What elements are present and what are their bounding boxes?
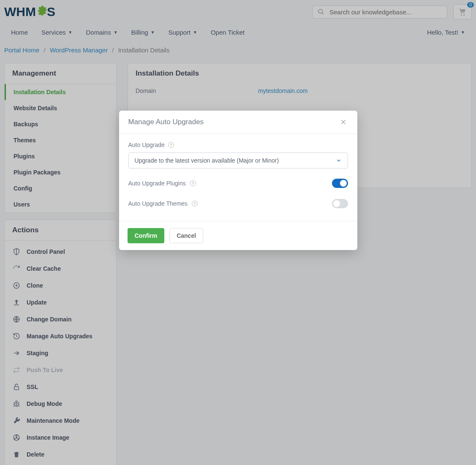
auto-upgrade-label: Auto Upgrade — [128, 141, 165, 148]
themes-toggle[interactable] — [332, 199, 348, 208]
plugins-toggle[interactable] — [332, 179, 348, 188]
auto-upgrade-modal: Manage Auto Upgrades Auto Upgrade ? Upgr… — [119, 111, 357, 250]
confirm-button[interactable]: Confirm — [128, 228, 165, 243]
modal-title: Manage Auto Upgrades — [128, 118, 204, 126]
close-icon[interactable] — [339, 117, 348, 127]
help-icon[interactable]: ? — [192, 201, 198, 207]
cancel-button[interactable]: Cancel — [169, 228, 203, 243]
help-icon[interactable]: ? — [168, 142, 174, 148]
auto-upgrade-value: Upgrade to the latest version available … — [135, 157, 279, 164]
chevron-down-icon — [336, 158, 342, 163]
help-icon[interactable]: ? — [190, 180, 196, 186]
plugins-label: Auto Upgrade Plugins — [128, 180, 186, 187]
auto-upgrade-select[interactable]: Upgrade to the latest version available … — [128, 152, 348, 169]
themes-label: Auto Upgrade Themes — [128, 200, 188, 207]
